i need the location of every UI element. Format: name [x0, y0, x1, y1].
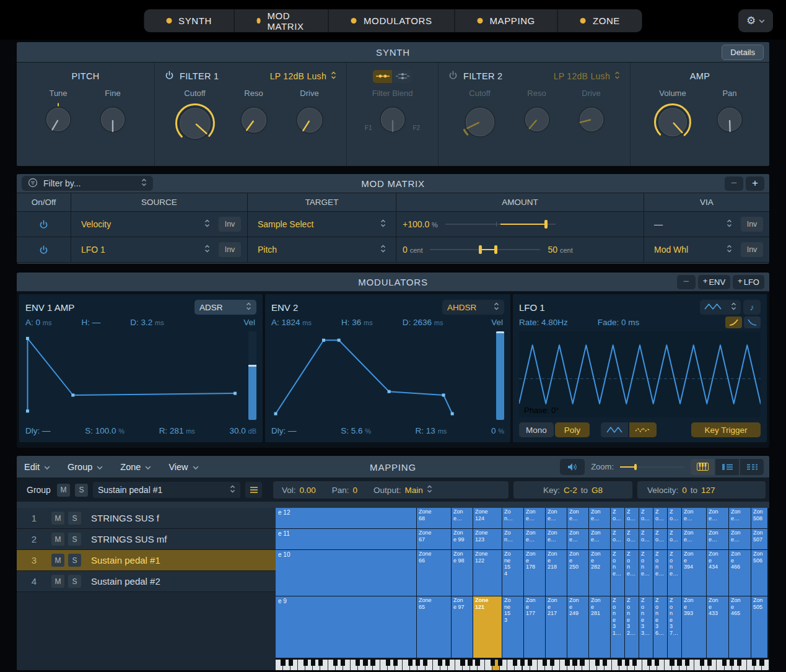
view-menu[interactable]: View	[168, 462, 198, 472]
zone-cell[interactable]: Zon e…	[524, 529, 546, 550]
zone-cell[interactable]: Z o…	[668, 508, 682, 529]
piano-key-black[interactable]	[670, 660, 674, 666]
piano-key-black[interactable]	[318, 660, 323, 666]
row1-via-dropdown[interactable]: —	[650, 216, 736, 232]
piano-key-black[interactable]	[618, 660, 622, 666]
piano-key-black[interactable]	[759, 660, 764, 666]
zone-cell[interactable]: Zon e…	[707, 529, 729, 550]
zone-cell[interactable]: Zon e 178	[524, 550, 546, 596]
row2-via-invert-button[interactable]: Inv	[741, 242, 763, 257]
zone-cell[interactable]: Zo ne 15 4	[502, 550, 524, 596]
lfo-waveform-dropdown[interactable]	[700, 300, 741, 315]
zone-cell[interactable]: Zon e 394	[682, 550, 707, 596]
zone-cell[interactable]: Zon e 465	[729, 596, 751, 658]
piano-key-black[interactable]	[333, 660, 338, 666]
piano-key-black[interactable]	[468, 660, 472, 666]
zone-cell[interactable]: Zone 68	[417, 508, 452, 529]
zone-cell[interactable]: Zon e…	[524, 508, 546, 529]
zone-cell[interactable]: Z o n e 3 3…	[639, 596, 653, 658]
zone-cell[interactable]: Zon e 434	[707, 550, 729, 596]
mute-button[interactable]: M	[51, 512, 64, 525]
zone-cell[interactable]: Zon e 393	[682, 596, 707, 658]
piano-key-black[interactable]	[603, 660, 607, 666]
lfo-tempo-sync-button[interactable]: ♪	[743, 300, 761, 315]
row1-target-dropdown[interactable]: Sample Select	[254, 216, 390, 232]
piano-key-black[interactable]	[289, 660, 293, 666]
group-menu[interactable]: Group	[68, 462, 103, 472]
tab-mapping[interactable]: MAPPING	[455, 9, 557, 32]
solo-button[interactable]: S	[68, 575, 81, 588]
piano-key-black[interactable]	[543, 660, 547, 666]
piano-key-black[interactable]	[423, 660, 427, 666]
piano-key-black[interactable]	[491, 660, 495, 666]
zone-cell[interactable]: Zon e…	[546, 508, 567, 529]
zone-cell[interactable]: Zon 508	[751, 508, 768, 529]
audition-button[interactable]	[560, 459, 585, 475]
piano-key-black[interactable]	[647, 660, 652, 666]
lfo-shape-b-button[interactable]	[629, 422, 657, 437]
group-view-button[interactable]	[715, 459, 739, 475]
zone-cell[interactable]: Z o…	[625, 508, 639, 529]
slider-handle[interactable]	[479, 245, 482, 254]
piano-key-black[interactable]	[408, 660, 413, 666]
row2-source-invert-button[interactable]: Inv	[219, 242, 241, 257]
piano-key-black[interactable]	[730, 660, 734, 666]
piano-key-black[interactable]	[513, 660, 517, 666]
zone-cell[interactable]: Zon e 98	[452, 550, 473, 596]
piano-key-black[interactable]	[737, 660, 741, 666]
add-lfo-button[interactable]: +LFO	[733, 275, 764, 289]
piano-key-black[interactable]	[550, 660, 554, 666]
zone-cell[interactable]: e 11	[276, 529, 417, 550]
zone-cell[interactable]: Z o n e…	[668, 550, 682, 596]
reso2-knob[interactable]	[520, 103, 554, 136]
filter-series-button[interactable]	[373, 70, 392, 83]
filter2-type-dropdown[interactable]: LP 12dB Lush	[554, 71, 620, 82]
group-pan[interactable]: Pan:0	[332, 486, 357, 495]
zone-cell[interactable]: Zon e 249	[567, 596, 589, 658]
fine-knob[interactable]	[96, 103, 129, 136]
piano-key-black[interactable]	[460, 660, 465, 666]
zone-cell[interactable]: Zon e…	[546, 529, 567, 550]
zone-cell[interactable]: Zon e…	[567, 508, 589, 529]
zone-cell[interactable]: Z o…	[611, 529, 625, 550]
row2-via-dropdown[interactable]: Mod Whl	[650, 242, 736, 258]
mute-button[interactable]: M	[51, 554, 64, 567]
piano-key-black[interactable]	[700, 660, 704, 666]
tab-synth[interactable]: SYNTH	[144, 9, 235, 32]
zone-cell-selected[interactable]: Zone 121	[473, 596, 502, 658]
row1-power-button[interactable]	[39, 220, 48, 229]
filter2-power-button[interactable]	[448, 71, 458, 82]
zone-cell[interactable]: Zon e 433	[707, 596, 729, 658]
piano-key-black[interactable]	[677, 660, 681, 666]
group-velocity-range-box[interactable]: Velocity:0to127	[637, 481, 766, 499]
remove-modulator-button[interactable]: −	[677, 275, 696, 289]
group-row-selected[interactable]: 3MSSustain pedal #1	[17, 550, 276, 571]
settings-button[interactable]: ⚙	[738, 9, 773, 32]
piano-key-black[interactable]	[528, 660, 532, 666]
key-trigger-button[interactable]: Key Trigger	[691, 422, 761, 437]
piano-key-black[interactable]	[752, 660, 756, 666]
cutoff2-knob[interactable]	[461, 103, 499, 141]
zone-cell[interactable]: Z o…	[639, 508, 653, 529]
zone-cell[interactable]: Zon e…	[682, 529, 707, 550]
row2-power-button[interactable]	[39, 245, 48, 255]
poly-button[interactable]: Poly	[555, 422, 590, 437]
zone-cell[interactable]: Z o…	[639, 529, 653, 550]
reso1-knob[interactable]	[237, 103, 271, 137]
group-output-dropdown[interactable]: Output:Main	[373, 484, 432, 495]
zone-cell[interactable]: Zone 124	[473, 508, 502, 529]
piano-key-black[interactable]	[386, 660, 390, 666]
zone-cell[interactable]: Zon e 217	[546, 596, 567, 658]
zone-cell[interactable]: Zon e…	[589, 529, 611, 550]
zone-cell[interactable]: e 12	[276, 508, 417, 529]
piano-key-black[interactable]	[416, 660, 420, 666]
piano-key-black[interactable]	[580, 660, 584, 666]
piano-key-black[interactable]	[520, 660, 525, 666]
solo-button[interactable]: S	[68, 512, 81, 525]
row1-source-invert-button[interactable]: Inv	[219, 217, 241, 232]
zoom-slider[interactable]	[620, 463, 684, 471]
group-row[interactable]: 1MSSTRINGS SUS f	[17, 508, 276, 529]
mono-button[interactable]: Mono	[519, 422, 554, 437]
drive1-knob[interactable]	[292, 103, 327, 137]
piano-key-black[interactable]	[370, 660, 375, 666]
